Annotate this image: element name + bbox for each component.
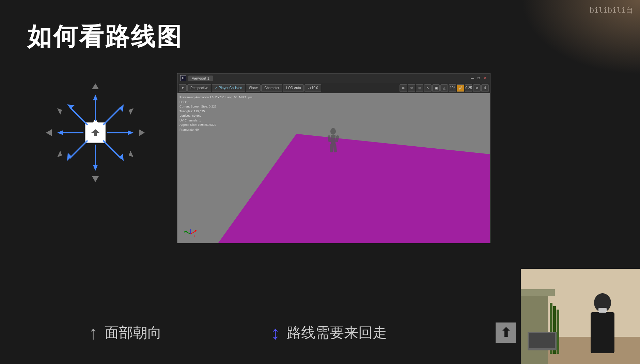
viewport-svg bbox=[177, 93, 490, 243]
viewport-toolbar: ▾ Perspective ✓ Player Collision Show Ch… bbox=[177, 83, 490, 93]
camera-icon-btn[interactable]: ⊕ bbox=[400, 84, 407, 92]
label-route-walk: ↕ 路线需要来回走 bbox=[270, 322, 387, 344]
svg-rect-54 bbox=[598, 308, 607, 313]
camera-inset bbox=[521, 269, 640, 364]
player-collision-btn[interactable]: ✓ Player Collision bbox=[212, 84, 245, 92]
brush-icon-btn[interactable]: 🖌 bbox=[457, 84, 464, 92]
svg-marker-9 bbox=[57, 130, 63, 135]
character-label: Character bbox=[264, 86, 279, 90]
check-icon: ✓ bbox=[215, 86, 218, 90]
svg-line-12 bbox=[103, 107, 121, 125]
page-title: 如何看路线图 bbox=[27, 20, 183, 53]
viewport-content[interactable]: Previewing Animation AS_DYCY_Lang_04_MMS… bbox=[177, 93, 490, 243]
svg-line-14 bbox=[103, 140, 121, 158]
svg-marker-25 bbox=[129, 151, 134, 157]
route-walk-icon: ↕ bbox=[270, 322, 280, 344]
svg-marker-22 bbox=[46, 129, 52, 136]
value-btn[interactable]: 0.25 bbox=[465, 84, 472, 92]
number-btn[interactable]: 4 bbox=[481, 84, 489, 92]
svg-marker-28 bbox=[218, 134, 490, 243]
svg-marker-20 bbox=[92, 83, 99, 89]
svg-text:y: y bbox=[184, 230, 185, 233]
svg-point-29 bbox=[330, 128, 336, 135]
camera-bg-svg bbox=[521, 269, 640, 364]
svg-marker-15 bbox=[119, 153, 124, 161]
camera-bg bbox=[521, 269, 640, 364]
svg-line-18 bbox=[70, 140, 88, 158]
bilibili-logo: bilibili自 bbox=[590, 5, 633, 15]
svg-marker-24 bbox=[129, 108, 134, 115]
svg-rect-33 bbox=[330, 144, 333, 153]
maximize-button[interactable]: □ bbox=[476, 76, 481, 81]
svg-rect-49 bbox=[557, 310, 559, 354]
svg-marker-23 bbox=[139, 129, 145, 136]
svg-marker-11 bbox=[128, 130, 134, 135]
lod-auto-btn[interactable]: LOD Auto bbox=[283, 84, 304, 92]
refresh-icon-btn[interactable]: ↻ bbox=[408, 84, 415, 92]
svg-marker-13 bbox=[119, 104, 124, 112]
svg-marker-7 bbox=[93, 165, 98, 171]
svg-line-35 bbox=[190, 231, 197, 234]
cube-icon-btn[interactable]: ▣ bbox=[432, 84, 440, 92]
viewport-window: U Viewport 1 — □ ✕ ▾ Perspective ✓ Playe… bbox=[177, 73, 490, 243]
axis-indicator: x y bbox=[184, 227, 197, 239]
select-icon-btn[interactable]: ↖ bbox=[424, 84, 432, 92]
svg-rect-34 bbox=[333, 144, 337, 153]
perspective-btn[interactable]: Perspective bbox=[187, 84, 211, 92]
svg-rect-31 bbox=[327, 135, 331, 142]
degree-btn[interactable]: 10° bbox=[449, 84, 456, 92]
svg-marker-19 bbox=[67, 153, 72, 161]
viewport-tab[interactable]: Viewport 1 bbox=[188, 76, 213, 81]
route-walk-text: 路线需要来回走 bbox=[287, 323, 387, 342]
svg-marker-26 bbox=[57, 108, 62, 115]
triangle-icon-btn[interactable]: △ bbox=[440, 84, 448, 92]
svg-rect-32 bbox=[335, 135, 339, 142]
label-face-direction: ↑ 面部朝向 bbox=[89, 322, 162, 344]
value-label: 0.25 bbox=[465, 86, 472, 90]
show-label: Show bbox=[249, 86, 257, 90]
svg-rect-46 bbox=[521, 289, 555, 296]
degree-label: 10° bbox=[450, 86, 455, 90]
layers-icon-btn[interactable]: ⧉ bbox=[473, 84, 481, 92]
svg-rect-45 bbox=[521, 296, 548, 364]
character-btn[interactable]: Character bbox=[261, 84, 282, 92]
character-silhouette bbox=[324, 127, 343, 159]
player-collision-label: Player Collision bbox=[219, 86, 242, 90]
svg-marker-5 bbox=[93, 95, 98, 100]
show-btn[interactable]: Show bbox=[246, 84, 261, 92]
arrow-diagram bbox=[41, 78, 150, 187]
minimize-button[interactable]: — bbox=[470, 76, 475, 81]
svg-marker-21 bbox=[92, 176, 99, 182]
dropdown-btn[interactable]: ▾ bbox=[179, 84, 187, 92]
svg-rect-51 bbox=[529, 333, 555, 348]
ue-logo: U bbox=[180, 75, 186, 81]
x10-btn[interactable]: ▪ x10.0 bbox=[305, 84, 321, 92]
face-direction-icon: ↑ bbox=[89, 322, 98, 344]
pause-icon: ⬆ bbox=[496, 322, 516, 343]
svg-marker-27 bbox=[57, 151, 62, 157]
svg-text:x: x bbox=[194, 235, 195, 237]
svg-marker-17 bbox=[67, 104, 75, 109]
face-direction-text: 面部朝向 bbox=[105, 323, 162, 342]
grid-icon-btn[interactable]: ⊞ bbox=[416, 84, 423, 92]
page-title-area: 如何看路线图 bbox=[27, 20, 183, 53]
svg-line-37 bbox=[185, 231, 190, 234]
x10-label: x10.0 bbox=[310, 86, 318, 90]
lod-auto-label: LOD Auto bbox=[286, 86, 301, 90]
svg-line-16 bbox=[70, 107, 88, 125]
svg-rect-30 bbox=[331, 135, 335, 144]
viewport-titlebar: U Viewport 1 — □ ✕ bbox=[177, 73, 490, 83]
close-button[interactable]: ✕ bbox=[482, 76, 487, 81]
svg-rect-53 bbox=[591, 312, 614, 353]
perspective-label: Perspective bbox=[190, 86, 208, 90]
